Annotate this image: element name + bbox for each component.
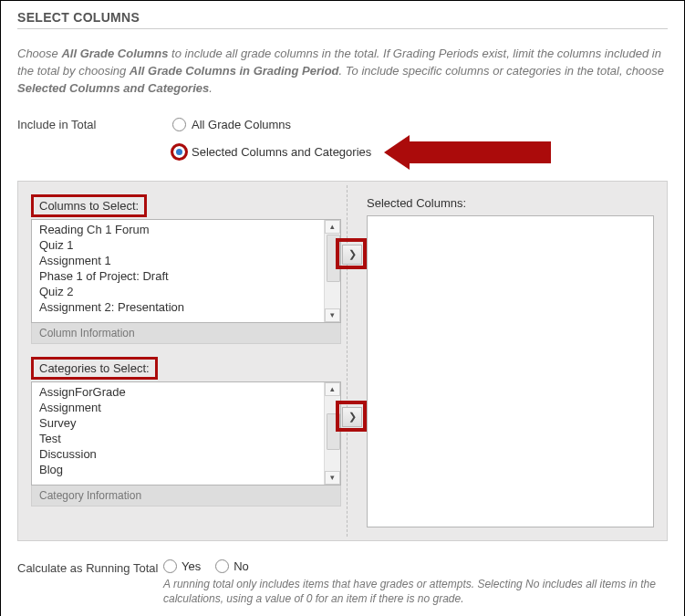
- scroll-down-icon[interactable]: ▾: [325, 471, 340, 485]
- list-item[interactable]: Discussion: [39, 446, 324, 462]
- calculate-running-total-label: Calculate as Running Total: [17, 559, 163, 575]
- column-information-footer[interactable]: Column Information: [31, 323, 341, 344]
- annotation-arrow: [384, 135, 551, 170]
- list-item[interactable]: AssignForGrade: [39, 384, 324, 400]
- running-total-help-text: A running total only includes items that…: [163, 577, 668, 608]
- list-item[interactable]: Quiz 2: [39, 284, 324, 299]
- category-information-footer[interactable]: Category Information: [31, 485, 341, 506]
- selected-columns-heading: Selected Columns:: [367, 194, 654, 212]
- intro-text: Choose All Grade Columns to include all …: [17, 46, 668, 98]
- column-selection-panel: Columns to Select: Reading Ch 1 Forum Qu…: [17, 181, 668, 541]
- radio-all-grade-columns[interactable]: [172, 118, 186, 131]
- radio-running-total-no[interactable]: [215, 559, 229, 573]
- radio-running-total-yes[interactable]: [163, 559, 177, 573]
- radio-yes-label: Yes: [182, 559, 201, 573]
- list-item[interactable]: Survey: [39, 415, 324, 431]
- move-column-right-button[interactable]: ❯: [342, 245, 362, 265]
- list-item[interactable]: Reading Ch 1 Forum: [39, 222, 324, 237]
- radio-selected-columns-categories[interactable]: [172, 145, 186, 159]
- categories-listbox[interactable]: AssignForGrade Assignment Survey Test Di…: [31, 381, 341, 485]
- selected-columns-box[interactable]: [367, 215, 654, 527]
- list-item[interactable]: Quiz 1: [39, 237, 324, 253]
- list-item[interactable]: Test: [39, 431, 324, 446]
- include-in-total-label: Include in Total: [17, 118, 172, 131]
- columns-listbox[interactable]: Reading Ch 1 Forum Quiz 1 Assignment 1 P…: [31, 219, 341, 323]
- radio-all-grade-columns-label: All Grade Columns: [192, 118, 291, 131]
- categories-scrollbar[interactable]: ▴ ▾: [324, 382, 340, 485]
- section-heading: SELECT COLUMNS: [17, 1, 668, 29]
- radio-selected-columns-categories-label: Selected Columns and Categories: [192, 145, 371, 159]
- scroll-down-icon[interactable]: ▾: [325, 308, 340, 322]
- scroll-up-icon[interactable]: ▴: [325, 220, 340, 234]
- list-item[interactable]: Assignment: [39, 400, 324, 415]
- move-category-right-button[interactable]: ❯: [342, 407, 362, 427]
- radio-no-label: No: [234, 559, 249, 573]
- categories-to-select-heading: Categories to Select:: [31, 357, 158, 380]
- list-item[interactable]: Phase 1 of Project: Draft: [39, 268, 324, 284]
- list-item[interactable]: Blog: [39, 462, 324, 477]
- list-item[interactable]: Assignment 1: [39, 253, 324, 268]
- columns-scrollbar[interactable]: ▴ ▾: [324, 220, 340, 322]
- columns-to-select-heading: Columns to Select:: [31, 194, 147, 217]
- scroll-up-icon[interactable]: ▴: [325, 382, 340, 396]
- list-item[interactable]: Assignment 2: Presentation: [39, 299, 324, 315]
